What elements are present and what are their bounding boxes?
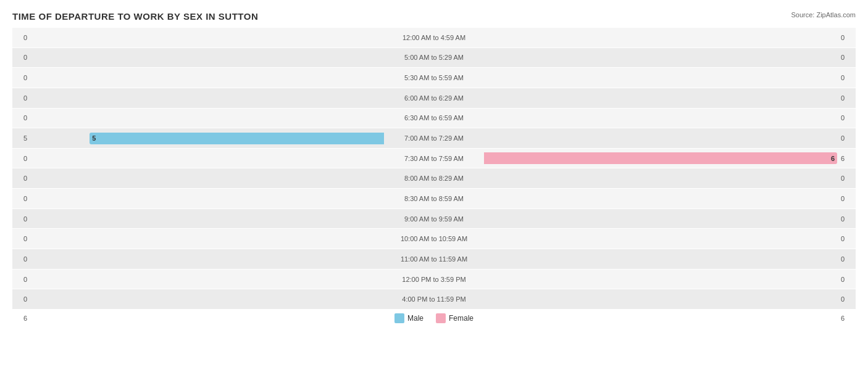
left-value: 0	[12, 255, 31, 263]
left-value: 0	[12, 215, 31, 223]
male-bar-label: 5	[92, 134, 96, 142]
table-row: 0 5:00 AM to 5:29 AM 0	[12, 48, 856, 68]
male-bar-wrap	[31, 213, 385, 225]
table-row: 0 8:30 AM to 8:59 AM 0	[12, 189, 856, 208]
female-bar-wrap	[483, 133, 837, 144]
male-bar-wrap	[31, 112, 385, 124]
male-swatch	[394, 313, 404, 323]
male-bar-wrap	[31, 233, 385, 245]
right-value: 0	[837, 276, 856, 283]
chart-area: 0 12:00 AM to 4:59 AM 0 0 5:00 AM to 5:2…	[12, 28, 856, 334]
left-value: 0	[12, 235, 31, 242]
male-bar-wrap	[31, 192, 385, 204]
table-row: 0 11:00 AM to 11:59 AM 0	[12, 249, 856, 269]
table-row: 0 4:00 PM to 11:59 PM 0	[12, 289, 856, 309]
male-bar-wrap	[31, 31, 385, 43]
left-value: 0	[12, 94, 31, 102]
male-bar-wrap	[31, 52, 385, 64]
bar-area: 5 7:00 AM to 7:29 AM	[31, 128, 837, 148]
male-bar-wrap	[31, 253, 385, 265]
female-bar-wrap	[483, 31, 837, 43]
time-label: 7:30 AM to 7:59 AM	[385, 155, 483, 162]
bar-area: 4:00 PM to 11:59 PM	[31, 289, 837, 309]
female-bar: 6	[484, 152, 837, 164]
female-bar-wrap	[483, 273, 837, 285]
bar-area: 8:00 AM to 8:29 AM	[31, 168, 837, 188]
bar-area: 10:00 AM to 10:59 AM	[31, 229, 837, 249]
male-bar-wrap	[31, 92, 385, 104]
female-bar-wrap	[483, 253, 837, 265]
bar-area: 6:00 AM to 6:29 AM	[31, 88, 837, 108]
right-value: 0	[837, 295, 856, 303]
right-value: 6	[837, 155, 856, 162]
table-row: 0 6:00 AM to 6:29 AM 0	[12, 88, 856, 108]
left-value: 0	[12, 54, 31, 61]
table-row: 0 5:30 AM to 5:59 AM 0	[12, 68, 856, 88]
right-value: 0	[837, 215, 856, 223]
axis-row: 6 Male Female 6	[12, 313, 856, 323]
time-label: 12:00 PM to 3:59 PM	[385, 276, 483, 283]
female-bar-wrap: 6	[483, 152, 837, 164]
rows-container: 0 12:00 AM to 4:59 AM 0 0 5:00 AM to 5:2…	[12, 28, 856, 310]
table-row: 0 8:00 AM to 8:29 AM 0	[12, 168, 856, 188]
female-bar-wrap	[483, 233, 837, 245]
right-value: 0	[837, 94, 856, 102]
female-bar-wrap	[483, 192, 837, 204]
time-label: 11:00 AM to 11:59 AM	[385, 255, 483, 263]
left-value: 0	[12, 114, 31, 122]
time-label: 4:00 PM to 11:59 PM	[385, 295, 483, 303]
axis-right-val: 6	[837, 315, 856, 322]
legend-female: Female	[436, 313, 474, 323]
left-value: 0	[12, 295, 31, 303]
time-label: 5:00 AM to 5:29 AM	[385, 54, 483, 61]
right-value: 0	[837, 255, 856, 263]
left-value: 0	[12, 155, 31, 162]
male-bar-wrap	[31, 273, 385, 285]
table-row: 0 6:30 AM to 6:59 AM 0	[12, 109, 856, 128]
time-label: 6:30 AM to 6:59 AM	[385, 114, 483, 122]
legend-male: Male	[394, 313, 424, 323]
legend: Male Female	[394, 313, 474, 323]
time-label: 10:00 AM to 10:59 AM	[385, 235, 483, 242]
chart-container: TIME OF DEPARTURE TO WORK BY SEX IN SUTT…	[0, 0, 868, 367]
legend-area: Male Female	[31, 313, 837, 323]
table-row: 5 5 7:00 AM to 7:29 AM 0	[12, 128, 856, 148]
axis-left-val: 6	[12, 315, 31, 322]
male-bar-wrap	[31, 152, 385, 164]
right-value: 0	[837, 34, 856, 41]
female-bar-wrap	[483, 112, 837, 124]
time-label: 12:00 AM to 4:59 AM	[385, 34, 483, 41]
left-value: 0	[12, 34, 31, 41]
bar-area: 8:30 AM to 8:59 AM	[31, 189, 837, 208]
time-label: 6:00 AM to 6:29 AM	[385, 94, 483, 102]
right-value: 0	[837, 235, 856, 242]
male-bar: 5	[90, 133, 384, 144]
right-value: 0	[837, 175, 856, 182]
right-value: 0	[837, 114, 856, 122]
female-bar-wrap	[483, 72, 837, 84]
right-value: 0	[837, 54, 856, 61]
time-label: 8:30 AM to 8:59 AM	[385, 195, 483, 202]
bar-area: 5:00 AM to 5:29 AM	[31, 48, 837, 68]
table-row: 0 10:00 AM to 10:59 AM 0	[12, 229, 856, 249]
female-bar-wrap	[483, 92, 837, 104]
table-row: 0 12:00 PM to 3:59 PM 0	[12, 270, 856, 289]
female-bar-wrap	[483, 173, 837, 184]
right-value: 0	[837, 195, 856, 202]
female-bar-label: 6	[831, 155, 835, 162]
right-value: 0	[837, 134, 856, 142]
left-value: 0	[12, 74, 31, 81]
female-label: Female	[449, 314, 474, 323]
female-bar-wrap	[483, 52, 837, 64]
bar-area: 12:00 AM to 4:59 AM	[31, 28, 837, 47]
source-text: Source: ZipAtlas.com	[791, 11, 856, 19]
bar-area: 11:00 AM to 11:59 AM	[31, 249, 837, 269]
bar-area: 7:30 AM to 7:59 AM 6	[31, 149, 837, 168]
table-row: 0 9:00 AM to 9:59 AM 0	[12, 209, 856, 229]
male-bar-wrap	[31, 294, 385, 305]
time-label: 7:00 AM to 7:29 AM	[385, 134, 483, 142]
male-label: Male	[407, 314, 424, 323]
male-bar-wrap: 5	[31, 133, 385, 144]
right-value: 0	[837, 74, 856, 81]
left-value: 0	[12, 276, 31, 283]
